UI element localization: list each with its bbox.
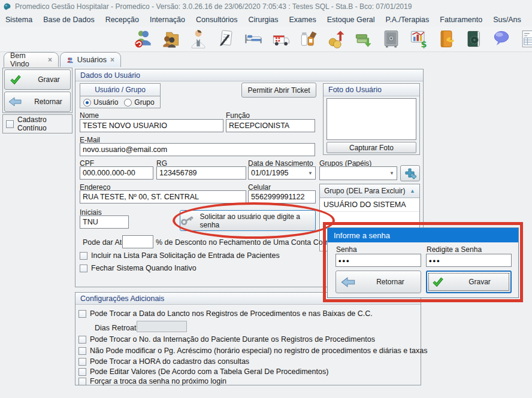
incluir-lista-label: Incluir na Lista Para Solicitação de Ent… <box>91 251 280 260</box>
forcar-troca-senha-checkbox[interactable] <box>78 378 86 385</box>
title-bar: Promedico Gestão Hospitalar - Promedico … <box>0 0 532 13</box>
menu-pa-terapias[interactable]: P.A./Terapias <box>380 16 435 24</box>
nome-input[interactable]: TESTE NOVO USUARIO <box>80 119 223 132</box>
menu-bar: Sistema Base de Dados Recepção Internaçã… <box>0 13 532 26</box>
users-tab-icon <box>66 56 74 65</box>
svg-text:$: $ <box>421 40 427 49</box>
capturar-foto-button[interactable]: Capturar Foto <box>327 142 416 153</box>
grupos-papeis-combo[interactable]: ▼ <box>319 166 397 180</box>
endereco-input[interactable]: RUA TESTE, Nº 00, ST. CENTRAL <box>80 190 246 203</box>
chevron-down-icon: ▼ <box>308 171 313 176</box>
manual-book-icon[interactable] <box>463 28 485 50</box>
config-row: Não Pode modificar o Pg. Acréscimo (horá… <box>78 347 427 355</box>
celular-input[interactable]: 5562999991122 <box>248 190 316 203</box>
users-sync-icon[interactable] <box>132 28 154 50</box>
senha-input[interactable]: ••• <box>335 254 421 267</box>
tab-usuarios-close-icon[interactable]: × <box>110 56 114 63</box>
nao-pode-modificar-pg-checkbox[interactable] <box>78 347 86 355</box>
menu-cirurgias[interactable]: Cirurgias <box>243 16 284 24</box>
iniciais-input[interactable]: TNU <box>80 215 129 229</box>
email-input[interactable]: novo.usuario@email.com <box>80 143 315 156</box>
grupo-list-row[interactable]: USUÁRIO DO SISTEMA <box>320 198 419 212</box>
configuracoes-adicionais-title: Configurações Adicionais <box>80 294 164 303</box>
usuario-grupo-title: Usuário / Grupo <box>95 86 146 94</box>
phone-directory-icon[interactable] <box>436 28 457 50</box>
menu-exames[interactable]: Exames <box>284 16 322 24</box>
pode-editar-valores-label: Pode Editar Valores (De Acordo com a Tab… <box>90 367 328 376</box>
dialog-retornar-button[interactable]: Retornar <box>335 271 421 293</box>
radio-usuario-label: Usuário <box>93 98 118 107</box>
pode-editar-valores-checkbox[interactable] <box>78 368 86 376</box>
financial-chart-icon[interactable]: $ <box>408 28 430 50</box>
dialog-gravar-button[interactable]: Gravar <box>426 271 512 293</box>
funcao-input[interactable]: RECEPCIONISTA <box>226 119 315 132</box>
gravar-label: Gravar <box>28 75 70 84</box>
fechar-sistema-row: Fechar Sistema Quando Inativo <box>80 264 197 272</box>
payments-down-icon[interactable] <box>353 28 374 50</box>
menu-estoque-geral[interactable]: Estoque Geral <box>322 16 380 24</box>
menu-sistema[interactable]: Sistema <box>0 16 38 24</box>
dados-usuario-header: Dados do Usuário <box>75 69 423 81</box>
check-icon <box>10 74 22 85</box>
menu-consultorios[interactable]: Consultórios <box>191 16 243 24</box>
incluir-lista-checkbox[interactable] <box>80 252 87 260</box>
form-grid-icon[interactable] <box>518 28 532 50</box>
solicitar-senha-button[interactable]: Solicitar ao usuário que digite a senha <box>180 210 316 231</box>
senha-value: ••• <box>338 256 350 265</box>
foto-usuario-title: Foto do Usuário <box>328 86 382 94</box>
tab-usuarios[interactable]: Usuários × <box>60 52 121 67</box>
hospital-bed-icon[interactable] <box>243 28 264 50</box>
tab-usuarios-label: Usuários <box>77 56 107 64</box>
doctor-icon[interactable] <box>188 28 209 50</box>
grupo-list-header[interactable]: Grupo (DEL Para Excluir) ▲ <box>320 184 419 198</box>
desconto-input[interactable] <box>122 235 153 248</box>
tab-bem-vindo-label: Bem Vindo <box>10 51 44 68</box>
fechar-sistema-checkbox[interactable] <box>80 265 87 272</box>
desconto-suffix-label: % de Desconto no Fechamento de Uma Conta… <box>156 238 342 247</box>
pode-trocar-hora-checkbox[interactable] <box>78 358 86 366</box>
rg-input[interactable]: 123456789 <box>156 166 246 180</box>
data-nascimento-combo[interactable]: 01/01/1995▼ <box>248 166 316 180</box>
menu-recepcao[interactable]: Recepção <box>100 16 144 24</box>
tab-bem-vindo[interactable]: Bem Vindo × <box>4 52 59 67</box>
radio-grupo-label: Grupo <box>134 98 154 107</box>
app-logo-icon <box>3 2 11 11</box>
menu-base-de-dados[interactable]: Base de Dados <box>38 16 99 24</box>
pode-trocar-internacao-checkbox[interactable] <box>78 336 86 344</box>
pode-trocar-data-checkbox[interactable] <box>78 310 86 318</box>
ambulance-icon[interactable] <box>270 28 292 50</box>
billing-up-icon[interactable] <box>325 28 347 50</box>
informe-senha-title: Informe a senha <box>334 231 390 240</box>
email-value: novo.usuario@email.com <box>83 145 167 154</box>
radio-grupo[interactable] <box>124 99 132 107</box>
permitir-abrir-ticket-button[interactable]: Permitir Abrir Ticket <box>241 83 316 98</box>
dias-retroativos-input[interactable] <box>137 321 187 332</box>
patients-folder-icon[interactable] <box>160 28 182 50</box>
chat-icon[interactable] <box>491 28 512 50</box>
safe-icon[interactable] <box>380 28 402 50</box>
redigite-senha-label: Redigite a Senha <box>427 245 482 254</box>
celular-value: 5562999991122 <box>251 193 304 201</box>
pharmacy-icon[interactable] <box>298 28 319 50</box>
menu-sus-ans[interactable]: Sus/Ans <box>488 16 527 24</box>
radio-usuario[interactable] <box>83 99 91 107</box>
pode-dar-ate-label: Pode dar Até: <box>83 238 128 247</box>
retornar-button[interactable]: Retornar <box>4 92 71 112</box>
menu-internacao[interactable]: Internação <box>144 16 191 24</box>
menu-caixa[interactable]: Caixa <box>527 16 532 24</box>
data-nascimento-value: 01/01/1995 <box>251 169 289 177</box>
informe-senha-titlebar: Informe a senha <box>328 228 518 242</box>
tab-bem-vindo-close-icon[interactable]: × <box>48 56 52 63</box>
redigite-senha-input[interactable]: ••• <box>426 254 512 267</box>
endereco-value: RUA TESTE, Nº 00, ST. CENTRAL <box>83 193 199 201</box>
add-grupo-button[interactable] <box>400 165 420 181</box>
cadastro-continuo-checkbox[interactable] <box>6 120 14 128</box>
gravar-button[interactable]: Gravar <box>4 69 71 90</box>
cpf-input[interactable]: 000.000.000-00 <box>80 166 153 180</box>
arrow-left-icon <box>8 97 22 107</box>
key-icon <box>180 214 195 227</box>
menu-faturamento[interactable]: Faturamento <box>434 16 488 24</box>
config-row: Pode Trocar a Data do Lancto nos Registr… <box>78 309 373 318</box>
prescription-icon[interactable] <box>215 28 237 50</box>
check-icon <box>432 277 444 287</box>
